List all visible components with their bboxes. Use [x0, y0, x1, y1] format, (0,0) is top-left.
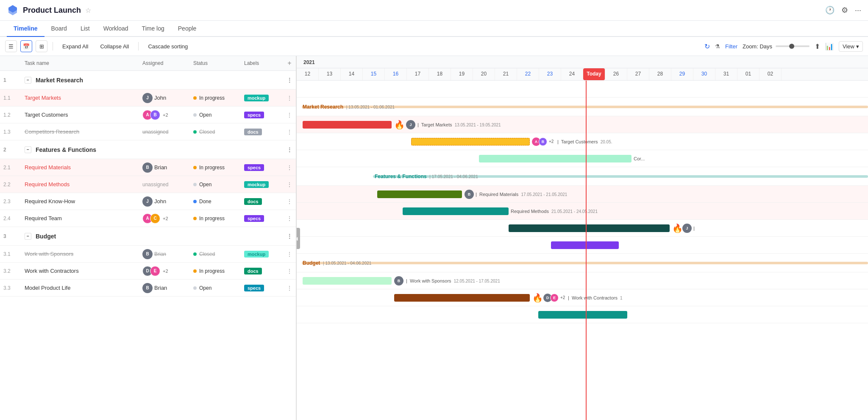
avatar-b-1-2: B — [150, 110, 160, 120]
history-icon[interactable]: 🕐 — [825, 6, 835, 15]
day-19[interactable]: 19 — [451, 68, 473, 80]
day-01[interactable]: 01 — [737, 68, 760, 80]
group-task-2: − Features & Functions — [21, 145, 139, 155]
day-30[interactable]: 30 — [693, 68, 715, 80]
gantt-header: 2021 12 13 14 15 16 17 18 19 20 21 22 23… — [297, 56, 868, 81]
task-num-3-2: 3.2 — [0, 268, 21, 274]
status-dot-3-1 — [193, 252, 197, 256]
task-assigned-1-3: unassigned — [139, 129, 190, 135]
task-labels-2-3: docs — [241, 198, 283, 205]
day-28[interactable]: 28 — [649, 68, 671, 80]
task-name-cell-3-3[interactable]: Model Product Life — [21, 283, 139, 293]
tab-people[interactable]: People — [171, 21, 203, 37]
tab-list[interactable]: List — [74, 21, 97, 37]
task-name-cell-3-1[interactable]: Work with Sponsors — [21, 249, 139, 259]
tab-board[interactable]: Board — [45, 21, 74, 37]
task-more-3-2[interactable]: ⋮ — [283, 268, 296, 274]
chart-icon[interactable]: 📊 — [825, 42, 834, 50]
day-31[interactable]: 31 — [715, 68, 737, 80]
task-name-cell-2-1[interactable]: Required Materials — [21, 162, 139, 172]
hierarchy-view-icon[interactable]: ⊞ — [36, 40, 47, 52]
cascade-sorting-button[interactable]: Cascade sorting — [144, 42, 192, 51]
group-collapse-1[interactable]: − — [25, 77, 31, 84]
gantt-bar-2-1[interactable] — [377, 190, 462, 198]
gantt-bar-1-3[interactable] — [479, 155, 632, 162]
group-collapse-2[interactable]: − — [25, 146, 31, 153]
group-collapse-3[interactable]: − — [25, 233, 31, 240]
gantt-days-row: 12 13 14 15 16 17 18 19 20 21 22 23 24 T… — [297, 68, 868, 80]
day-14[interactable]: 14 — [341, 68, 363, 80]
task-name-cell-1-3[interactable]: Competitors Research — [21, 127, 139, 137]
day-15[interactable]: 15 — [363, 68, 385, 80]
status-text-1-2: Open — [199, 112, 211, 118]
day-02[interactable]: 02 — [760, 68, 782, 80]
day-23[interactable]: 23 — [539, 68, 561, 80]
label-badge-2-4: specs — [244, 215, 264, 222]
status-dot-2-4 — [193, 217, 197, 220]
gantt-group-dates-1: | 13.05.2021 - 01.06.2021 — [346, 105, 395, 109]
gantt-bar-2-4[interactable] — [551, 241, 619, 249]
task-more-2-1[interactable]: ⋮ — [283, 164, 296, 171]
view-label: View — [843, 43, 854, 50]
star-icon[interactable]: ☆ — [85, 6, 91, 14]
collapse-scroll-button[interactable]: ◀ — [297, 228, 300, 249]
day-13[interactable]: 13 — [319, 68, 341, 80]
day-29[interactable]: 29 — [671, 68, 693, 80]
day-17[interactable]: 17 — [407, 68, 429, 80]
task-name-cell-2-4[interactable]: Required Team — [21, 213, 139, 223]
day-20[interactable]: 20 — [473, 68, 495, 80]
task-status-3-2: In progress — [190, 268, 241, 274]
filter-button[interactable]: Filter — [725, 43, 737, 50]
task-name-cell-1-2[interactable]: Target Customers — [21, 110, 139, 120]
group-more-2[interactable]: ⋮ — [283, 146, 296, 153]
gantt-bar-3-3[interactable] — [538, 311, 627, 319]
tab-workload[interactable]: Workload — [97, 21, 135, 37]
status-dot-3-2 — [193, 269, 197, 273]
settings-icon[interactable]: ⚙ — [841, 6, 848, 15]
gantt-bar-2-3[interactable] — [509, 224, 670, 232]
gantt-group-row-2: Features & Functions | 17.05.2021 - 04.0… — [297, 167, 868, 186]
task-more-3-3[interactable]: ⋮ — [283, 285, 296, 291]
day-16[interactable]: 16 — [385, 68, 407, 80]
task-name-cell-1-1[interactable]: Target Markets — [21, 93, 139, 103]
gantt-avatar-1-1: J — [406, 120, 415, 129]
task-more-2-2[interactable]: ⋮ — [283, 181, 296, 188]
view-button[interactable]: View ▾ — [839, 41, 863, 52]
tab-timeline[interactable]: Timeline — [7, 21, 45, 37]
calendar-view-icon[interactable]: 📅 — [20, 40, 32, 52]
gantt-bar-3-1[interactable] — [303, 277, 392, 285]
zoom-slider[interactable] — [776, 45, 810, 47]
add-column-button[interactable]: + — [283, 59, 296, 67]
gantt-bar-3-2[interactable] — [394, 294, 530, 302]
task-name-cell-3-2[interactable]: Work with Contractors — [21, 266, 139, 276]
collapse-all-button[interactable]: Collapse All — [96, 42, 133, 51]
task-more-1-3[interactable]: ⋮ — [283, 129, 296, 135]
table-view-icon[interactable]: ☰ — [5, 40, 17, 52]
day-21[interactable]: 21 — [495, 68, 517, 80]
task-name-1-3: Competitors Research — [25, 129, 79, 135]
tab-timelog[interactable]: Time log — [135, 21, 171, 37]
more-icon[interactable]: ··· — [855, 6, 861, 15]
refresh-icon[interactable]: ↻ — [704, 42, 710, 50]
task-more-2-3[interactable]: ⋮ — [283, 198, 296, 205]
group-more-3[interactable]: ⋮ — [283, 233, 296, 240]
export-icon[interactable]: ⬆ — [815, 42, 820, 50]
day-18[interactable]: 18 — [429, 68, 451, 80]
task-name-cell-2-3[interactable]: Required Know-How — [21, 196, 139, 206]
task-more-2-4[interactable]: ⋮ — [283, 215, 296, 222]
group-more-1[interactable]: ⋮ — [283, 77, 296, 84]
gantt-bar-2-2[interactable] — [403, 207, 509, 215]
task-more-1-1[interactable]: ⋮ — [283, 95, 296, 101]
day-12[interactable]: 12 — [297, 68, 319, 80]
task-more-3-1[interactable]: ⋮ — [283, 251, 296, 258]
expand-all-button[interactable]: Expand All — [58, 42, 92, 51]
gantt-bar-1-1[interactable] — [303, 121, 392, 129]
day-22[interactable]: 22 — [517, 68, 539, 80]
gantt-bar-1-2[interactable] — [411, 138, 530, 146]
task-name-cell-2-2[interactable]: Required Methods — [21, 179, 139, 189]
day-24[interactable]: 24 — [561, 68, 583, 80]
day-26[interactable]: 26 — [605, 68, 627, 80]
task-more-1-2[interactable]: ⋮ — [283, 112, 296, 118]
day-27[interactable]: 27 — [627, 68, 649, 80]
group-num-3: 3 — [0, 233, 21, 239]
